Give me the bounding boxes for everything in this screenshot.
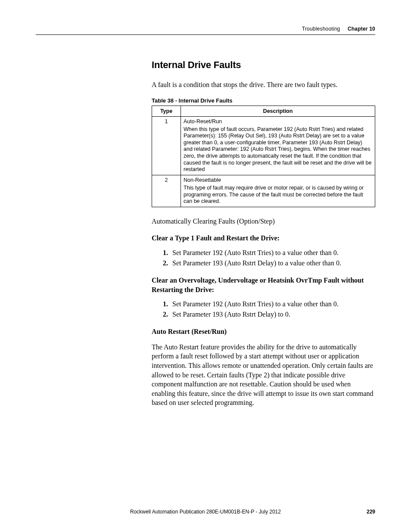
cell-type: 2 xyxy=(152,175,181,207)
table-row: 1 Auto-Reset/Run When this type of fault… xyxy=(152,116,375,175)
cell-description: Auto-Reset/Run When this type of fault o… xyxy=(181,116,375,175)
running-header: Troubleshooting Chapter 10 xyxy=(36,26,375,35)
steps-list-1: Set Parameter 192 (Auto Rstrt Tries) to … xyxy=(152,249,375,267)
subhead-clear-type1: Clear a Type 1 Fault and Restart the Dri… xyxy=(152,233,375,243)
th-description: Description xyxy=(181,106,375,116)
cell-title: Non-Resettable xyxy=(184,177,372,183)
steps-list-2: Set Parameter 192 (Auto Rstrt Tries) to … xyxy=(152,300,375,318)
page-footer: Rockwell Automation Publication 280E-UM0… xyxy=(36,509,375,515)
th-type: Type xyxy=(152,106,181,116)
footer-publication: Rockwell Automation Publication 280E-UM0… xyxy=(130,509,281,515)
cell-title: Auto-Reset/Run xyxy=(184,118,372,124)
subhead-auto-restart: Auto Restart (Reset/Run) xyxy=(152,327,375,336)
table-header-row: Type Description xyxy=(152,106,375,116)
list-item: Set Parameter 192 (Auto Rstrt Tries) to … xyxy=(170,249,375,257)
footer-page-number: 229 xyxy=(367,509,375,515)
header-section: Troubleshooting xyxy=(302,26,340,32)
subhead-clear-ov: Clear an Overvoltage, Undervoltage or He… xyxy=(152,276,375,294)
list-item: Set Parameter 193 (Auto Rstrt Delay) to … xyxy=(170,259,375,267)
auto-restart-paragraph: The Auto Restart feature provides the ab… xyxy=(152,342,375,408)
list-item: Set Parameter 192 (Auto Rstrt Tries) to … xyxy=(170,300,375,308)
list-item: Set Parameter 193 (Auto Rstrt Delay) to … xyxy=(170,311,375,318)
table-row: 2 Non-Resettable This type of fault may … xyxy=(152,175,375,207)
page: Troubleshooting Chapter 10 Internal Driv… xyxy=(0,0,411,532)
content: Internal Drive Faults A fault is a condi… xyxy=(152,59,375,415)
faults-table: Type Description 1 Auto-Reset/Run When t… xyxy=(152,106,375,207)
intro-paragraph: A fault is a condition that stops the dr… xyxy=(152,80,375,90)
cell-body: This type of fault may require drive or … xyxy=(184,185,372,205)
header-chapter: Chapter 10 xyxy=(348,26,375,32)
cell-body: When this type of fault occurs, Paramete… xyxy=(184,126,372,173)
page-title: Internal Drive Faults xyxy=(152,59,375,71)
table-caption: Table 38 - Internal Drive Faults xyxy=(152,97,375,104)
auto-clear-line: Automatically Clearing Faults (Option/St… xyxy=(152,217,375,226)
cell-description: Non-Resettable This type of fault may re… xyxy=(181,175,375,207)
cell-type: 1 xyxy=(152,116,181,175)
